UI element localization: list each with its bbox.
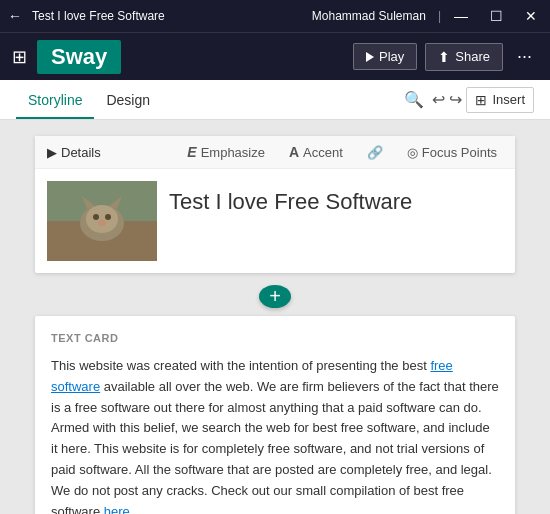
link-icon: 🔗 [367, 145, 383, 160]
minimize-button[interactable]: — [449, 6, 473, 26]
search-icon[interactable]: 🔍 [404, 90, 424, 109]
svg-point-7 [105, 214, 111, 220]
grid-icon[interactable]: ⊞ [12, 46, 27, 68]
tab-bar: Storyline Design 🔍 ↩ ↪ ⊞ Insert [0, 80, 550, 120]
focus-points-button[interactable]: ◎ Focus Points [401, 143, 503, 162]
details-triangle-icon: ▶ [47, 145, 57, 160]
cat-svg [47, 181, 157, 261]
window-title: Test I love Free Software [32, 9, 312, 23]
card-title: Test I love Free Software [169, 181, 412, 215]
accent-button[interactable]: A Accent [283, 142, 349, 162]
card-toolbar: ▶ Details E Emphasize A Accent 🔗 ◎ Focus… [35, 136, 515, 169]
design-label: Design [106, 92, 150, 108]
para1-text-a: This website was created with the intent… [51, 358, 430, 373]
link-here[interactable]: here [104, 504, 130, 514]
separator: | [438, 9, 441, 23]
add-button[interactable]: + [259, 285, 291, 308]
emphasize-button[interactable]: E Emphasize [181, 142, 271, 162]
more-button[interactable]: ··· [511, 46, 538, 67]
image-content [47, 181, 157, 261]
svg-point-3 [86, 205, 118, 233]
close-button[interactable]: ✕ [520, 6, 542, 26]
card-body: Test I love Free Software [35, 169, 515, 273]
svg-point-8 [98, 220, 106, 226]
share-icon: ⬆ [438, 49, 450, 65]
title-bar: ← Test I love Free Software Mohammad Sul… [0, 0, 550, 32]
link-button[interactable]: 🔗 [361, 143, 389, 162]
redo-button[interactable]: ↪ [449, 90, 462, 109]
play-label: Play [379, 49, 404, 64]
tab-storyline[interactable]: Storyline [16, 80, 94, 119]
emphasize-icon: E [187, 144, 196, 160]
para1-text-c: . [130, 504, 134, 514]
accent-label: Accent [303, 145, 343, 160]
insert-button[interactable]: ⊞ Insert [466, 87, 534, 113]
window-controls: — ☐ ✕ [449, 6, 542, 26]
para1-text-b: available all over the web. We are firm … [51, 379, 499, 514]
focus-icon: ◎ [407, 145, 418, 160]
accent-icon: A [289, 144, 299, 160]
user-name: Mohammad Suleman [312, 9, 426, 23]
text-card: Text Card This website was created with … [35, 316, 515, 514]
card-image [47, 181, 157, 261]
text-card-body: This website was created with the intent… [51, 356, 499, 514]
image-card: ▶ Details E Emphasize A Accent 🔗 ◎ Focus… [35, 136, 515, 273]
back-button[interactable]: ← [8, 8, 22, 24]
maximize-button[interactable]: ☐ [485, 6, 508, 26]
text-card-label: Text Card [51, 332, 499, 344]
focus-label: Focus Points [422, 145, 497, 160]
paragraph-1: This website was created with the intent… [51, 356, 499, 514]
add-icon: + [269, 285, 281, 308]
play-button[interactable]: Play [353, 43, 417, 70]
sway-logo: Sway [37, 40, 121, 74]
details-label: Details [61, 145, 101, 160]
app-bar-actions: Play ⬆ Share ··· [353, 43, 538, 71]
storyline-label: Storyline [28, 92, 82, 108]
insert-icon: ⊞ [475, 92, 487, 108]
details-button[interactable]: ▶ Details [47, 145, 101, 160]
share-label: Share [455, 49, 490, 64]
insert-label: Insert [492, 92, 525, 107]
app-bar: ⊞ Sway Play ⬆ Share ··· [0, 32, 550, 80]
tab-design[interactable]: Design [94, 80, 162, 119]
main-content[interactable]: ▶ Details E Emphasize A Accent 🔗 ◎ Focus… [0, 120, 550, 514]
svg-point-6 [93, 214, 99, 220]
emphasize-label: Emphasize [201, 145, 265, 160]
undo-button[interactable]: ↩ [432, 90, 445, 109]
share-button[interactable]: ⬆ Share [425, 43, 503, 71]
play-icon [366, 52, 374, 62]
